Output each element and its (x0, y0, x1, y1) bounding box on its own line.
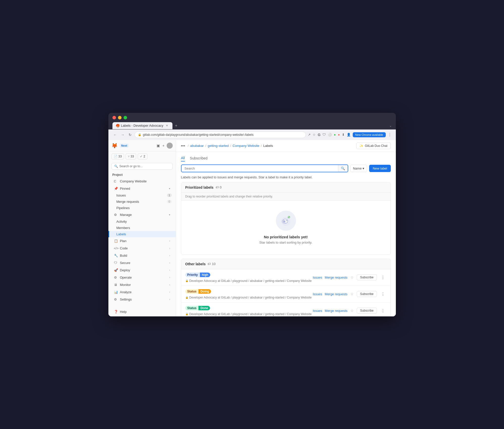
deploy-chevron-icon: › (169, 269, 170, 272)
sidebar-item-members[interactable]: Members (108, 225, 176, 231)
sidebar-item-settings[interactable]: ⚙ Settings › (110, 296, 174, 303)
active-tab[interactable]: 🦊 Labels - Developer Advocacy ✕ (112, 122, 172, 129)
build-label: Build (120, 254, 167, 257)
duo-icon: ✨ (360, 144, 363, 148)
gitlab-duo-chat-button[interactable]: ✨ GitLab Duo Chat (356, 143, 391, 149)
subscribe-button-done[interactable]: Subscribe (357, 308, 377, 314)
sep3: / (230, 144, 231, 148)
shield-icon[interactable]: 🛡 (322, 133, 326, 137)
new-label-button[interactable]: New label (369, 165, 391, 172)
maximize-dot[interactable] (124, 116, 127, 119)
members-label: Members (116, 226, 172, 230)
new-chrome-badge[interactable]: New Chrome available (353, 132, 386, 137)
breadcrumb-abubakar[interactable]: abubakar (190, 144, 204, 148)
search-submit-button[interactable]: 🔍 (338, 165, 348, 172)
labels-search-input[interactable] (182, 165, 338, 172)
sidebar-item-project[interactable]: C Company Website (110, 178, 174, 185)
sidebar-item-build[interactable]: 🔧 Build › (110, 252, 174, 259)
manage-chevron-icon: ▾ (169, 213, 170, 216)
issues-stat-badge[interactable]: 📄 33 (111, 153, 124, 159)
sidebar-item-manage[interactable]: ⚙ Manage ▾ (110, 211, 174, 218)
forward-button[interactable]: → (120, 132, 126, 138)
issues-link-done[interactable]: Issues (313, 309, 322, 313)
circle-icon[interactable]: ⚪ (328, 133, 332, 137)
pipelines-label: Pipelines (116, 206, 172, 210)
analyze-icon: 📊 (114, 290, 118, 294)
sidebar-item-help[interactable]: ❓ Help (110, 307, 174, 316)
green-dot-icon[interactable]: ● (334, 133, 336, 137)
label-info-status-doing: Status Doing 🔒 Developer Advocacy at Git… (185, 289, 313, 299)
red-dot-icon[interactable]: ● (338, 133, 340, 137)
sidebar-search-input[interactable]: 🔍 Search or go to... (111, 163, 173, 170)
bookmark-icon[interactable]: ☆ (313, 133, 316, 137)
sidebar-item-analyze[interactable]: 📊 Analyze › (110, 289, 174, 295)
sidebar-item-merge-requests[interactable]: Merge requests 0 (108, 199, 176, 205)
more-actions-doing[interactable]: ⋮ (379, 291, 387, 297)
reload-button[interactable]: ↻ (128, 132, 133, 138)
more-actions-priority[interactable]: ⋮ (379, 275, 387, 280)
sidebar-item-activity[interactable]: Activity (108, 218, 176, 225)
build-icon: 🔧 (114, 254, 118, 257)
sidebar-item-pipelines[interactable]: Pipelines (108, 205, 176, 211)
download-icon[interactable]: ⬇ (342, 133, 345, 137)
issues-link-doing[interactable]: Issues (313, 292, 322, 296)
new-chrome-label: New Chrome available (355, 133, 383, 136)
minimize-dot[interactable] (118, 116, 122, 119)
tab-all[interactable]: All (181, 156, 185, 161)
mr-stat-badge[interactable]: ⑂ 33 (126, 153, 136, 159)
subscribe-button-doing[interactable]: Subscribe (357, 291, 377, 297)
breadcrumb-labels: Labels (263, 144, 273, 148)
sidebar-item-monitor[interactable]: 🖥 Monitor › (110, 281, 174, 288)
monitor-label: Monitor (120, 283, 167, 287)
profile-icon[interactable]: 👤 (347, 133, 351, 137)
subscribe-button-priority[interactable]: Subscribe (357, 274, 377, 280)
star-button-priority[interactable]: ☆ (350, 275, 354, 280)
breadcrumb-getting-started[interactable]: getting-started (208, 144, 229, 148)
check-stat-badge[interactable]: ✓ 2 (138, 153, 147, 159)
svg-point-3 (286, 220, 287, 221)
sidebar-item-operate[interactable]: ⚙ Operate › (110, 274, 174, 281)
code-label: Code (120, 246, 167, 250)
sort-label: Name (353, 167, 362, 170)
breadcrumb-company-website[interactable]: Company Website (233, 144, 259, 148)
address-icons: ↗ ☆ G 🛡 ⚪ ● ● ⬇ 👤 New Chrome available ⋮ (308, 132, 392, 137)
browser-tabs: 🦊 Labels - Developer Advocacy ✕ + ⌄ (112, 122, 392, 129)
merge-link-doing[interactable]: Merge requests (325, 292, 347, 296)
sidebar-item-deploy[interactable]: 🚀 Deploy › (110, 267, 174, 274)
add-icon-button[interactable]: + (162, 143, 165, 148)
layout-icon-button[interactable]: ▣ (156, 143, 160, 148)
next-badge[interactable]: Next (120, 144, 129, 148)
label-source-doing: 🔒 Developer Advocacy at GitLab / playgro… (185, 296, 313, 299)
tab-expand-button[interactable]: ⌄ (389, 124, 392, 127)
back-button[interactable]: ← (112, 132, 118, 138)
more-actions-done[interactable]: ⋮ (379, 308, 387, 314)
sidebar-item-secure[interactable]: 🛡 Secure › (110, 259, 174, 266)
other-section-header: Other labels 🏷 10 (181, 259, 391, 269)
user-avatar[interactable] (167, 143, 173, 149)
new-tab-button[interactable]: + (173, 122, 179, 129)
tab-close-button[interactable]: ✕ (165, 124, 169, 128)
activity-label: Activity (116, 220, 172, 223)
browser-more-button[interactable]: ⋮ (388, 132, 392, 137)
close-dot[interactable] (112, 116, 116, 119)
star-button-doing[interactable]: ☆ (350, 291, 354, 296)
sidebar-item-pinned[interactable]: 📌 Pinned ▾ (110, 185, 174, 192)
sidebar-item-issues[interactable]: Issues 1 (108, 192, 176, 199)
label-tag-status-done: Status Done (185, 306, 210, 310)
merge-link-done[interactable]: Merge requests (325, 309, 347, 313)
star-button-done[interactable]: ☆ (350, 308, 354, 313)
g-icon[interactable]: G (318, 133, 320, 137)
label-tag-priority-high: Priority high (185, 273, 210, 277)
external-link-icon[interactable]: ↗ (308, 133, 311, 137)
issues-label: Issues (116, 193, 165, 197)
issues-link-priority[interactable]: Issues (313, 276, 322, 279)
tab-subscribed[interactable]: Subscribed (190, 156, 207, 161)
settings-chevron-icon: › (169, 298, 170, 301)
sidebar-item-code[interactable]: </> Code › (110, 245, 174, 252)
sort-select-button[interactable]: Name ▾ (350, 165, 367, 172)
breadcrumb-dots[interactable]: ••• (181, 144, 185, 148)
address-bar[interactable]: 🔒 gitlab.com/gitlab-da/playground/abubak… (135, 131, 306, 138)
merge-link-priority[interactable]: Merge requests (325, 276, 347, 279)
sidebar-item-labels[interactable]: Labels (108, 231, 176, 237)
sidebar-item-plan[interactable]: 📋 Plan › (110, 238, 174, 244)
